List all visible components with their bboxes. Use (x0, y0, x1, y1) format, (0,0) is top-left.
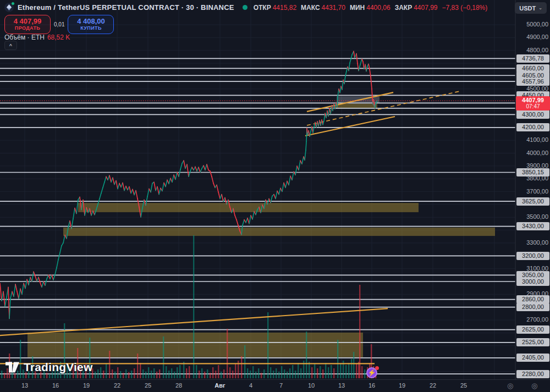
price-axis-target-icon[interactable]: ◎ (531, 382, 537, 390)
time-axis-target-icon[interactable]: ◎ (507, 382, 513, 390)
time-tick-label: 13 (21, 382, 28, 389)
watermark-text: TradingView (24, 361, 93, 374)
tradingview-chart-window: Ethereum / TetherUS PERPETUAL CONTRACT ·… (0, 0, 550, 392)
buy-button[interactable]: 4 408,00 КУПИТЬ (68, 15, 114, 34)
price-gridline-label: 3700,00 (526, 188, 548, 195)
time-tick-label: 4 (249, 382, 252, 389)
price-level-label: 3200,00 (516, 252, 549, 260)
collapse-panel-button[interactable]: ^ (4, 41, 17, 50)
current-price-label: 4407,9907:47 (516, 96, 550, 111)
time-tick-label: 16 (369, 382, 375, 389)
time-tick-label: 19 (83, 382, 90, 389)
close-label: ЗАКР (395, 4, 413, 12)
time-tick-label: 22 (430, 382, 436, 389)
market-status-dot[interactable] (243, 5, 248, 10)
price-level-label: 4557,96 (516, 78, 549, 86)
price-level-label: 3625,00 (516, 197, 549, 206)
price-level-label: 2860,00 (516, 295, 549, 303)
time-tick-label: 28 (175, 382, 182, 389)
buy-price: 4 408,00 (77, 18, 105, 25)
sell-price: 4 407,99 (14, 18, 42, 25)
price-gridline-label: 4100,00 (526, 136, 548, 143)
lightning-bolt-icon: ⚡ (368, 369, 376, 377)
trade-panel: 4 407,99 ПРОДАТЬ 0,01 4 408,00 КУПИТЬ (4, 15, 114, 34)
ethereum-icon[interactable] (4, 3, 14, 12)
time-tick-label: 10 (308, 382, 315, 389)
price-gridline-label: 2700,00 (526, 316, 548, 323)
currency-selector-button[interactable]: USDT ⌄ (515, 2, 547, 14)
volume-label: Объём · ETH (4, 34, 45, 41)
tradingview-watermark[interactable]: TradingView (6, 361, 93, 374)
buy-label: КУПИТЬ (80, 26, 102, 31)
price-level-label: 2280,00 (516, 370, 549, 378)
price-level-label: 2405,00 (516, 354, 549, 362)
price-level-label: 3850,15 (516, 168, 549, 176)
price-axis[interactable]: 5000,004900,004800,004500,004100,004000,… (516, 0, 550, 379)
bar-countdown: 07:47 (516, 104, 550, 109)
high-label: МАКС (301, 4, 320, 12)
price-gridline-label: 4500,00 (526, 85, 548, 92)
time-tick-label: 25 (145, 382, 151, 389)
price-gridline-label: 4000,00 (526, 150, 548, 156)
spread-value: 0,01 (51, 21, 68, 27)
lightning-sticker-icon[interactable]: ⚡ (366, 367, 378, 379)
time-tick-label: Авг (215, 382, 225, 389)
close-value: 4407,99 (414, 4, 437, 12)
price-level-label: 2525,00 (516, 338, 549, 346)
chart-canvas[interactable] (0, 0, 550, 392)
symbol-title[interactable]: Ethereum / TetherUS PERPETUAL CONTRACT ·… (18, 3, 234, 12)
price-gridline-label: 4800,00 (526, 47, 548, 53)
price-gridline-label: 3100,00 (526, 265, 548, 272)
open-label: ОТКР (254, 4, 271, 12)
sticker-alert-dot (375, 366, 379, 370)
time-tick-label: 19 (399, 382, 405, 389)
tradingview-logo-icon (6, 361, 20, 374)
time-axis[interactable]: 131619222528Авг47101316192225◎◎ (0, 379, 550, 392)
price-level-label: 2800,00 (516, 303, 549, 311)
price-gridline-label: 3300,00 (526, 239, 548, 246)
time-tick-label: 16 (52, 382, 59, 389)
time-tick-label: 25 (460, 382, 467, 389)
price-level-label: 3430,00 (516, 222, 549, 230)
price-level-label: 2625,00 (516, 325, 549, 334)
exchange-status-dot (11, 2, 15, 5)
price-level-label: 4300,00 (516, 111, 549, 119)
currency-label: USDT (519, 5, 536, 12)
price-gridline-label: 4900,00 (526, 34, 548, 40)
price-gridline-label: 3500,00 (526, 213, 548, 220)
price-level-label: 3000,00 (516, 278, 549, 286)
chevron-down-icon: ⌄ (538, 5, 542, 10)
low-value: 4400,06 (366, 4, 390, 12)
ohlc-row: ОТКР 4415,82 МАКС 4431,70 МИН 4400,06 ЗА… (254, 4, 488, 12)
volume-value: 68,52 K (47, 34, 70, 41)
low-label: МИН (350, 4, 365, 12)
time-tick-label: 7 (279, 382, 283, 389)
open-value: 4415,82 (273, 4, 296, 12)
current-price-value: 4407,99 (516, 96, 550, 104)
high-value: 4431,70 (322, 4, 345, 12)
price-level-label: 4200,00 (516, 123, 549, 131)
time-tick-label: 22 (114, 382, 120, 389)
sell-label: ПРОДАТЬ (15, 26, 40, 31)
volume-legend[interactable]: Объём · ETH 68,52 K (4, 34, 70, 41)
price-gridline-label: 5000,00 (526, 21, 548, 27)
price-level-label: 4736,78 (516, 54, 549, 63)
symbol-header: Ethereum / TetherUS PERPETUAL CONTRACT ·… (4, 3, 487, 12)
change-value: −7,83 (−0,18%) (442, 4, 488, 12)
time-tick-label: 13 (338, 382, 345, 389)
sell-button[interactable]: 4 407,99 ПРОДАТЬ (4, 15, 51, 34)
